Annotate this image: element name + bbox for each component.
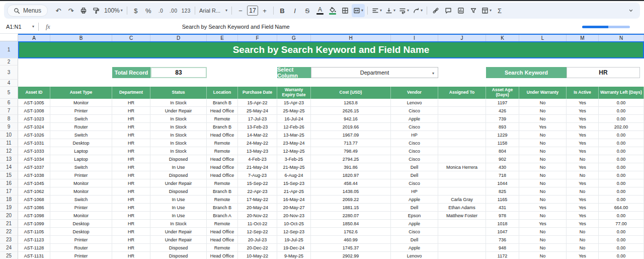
insert-link-button[interactable] [430, 4, 442, 17]
row-header-25[interactable]: 25 [0, 252, 18, 259]
table-cell[interactable]: Monitor [50, 212, 112, 220]
fill-color-button[interactable] [327, 4, 339, 17]
table-cell[interactable]: Remote [207, 196, 238, 204]
table-cell[interactable]: AST-1086 [18, 204, 50, 212]
table-cell[interactable]: In Stock [150, 139, 207, 147]
table-cell[interactable]: AST-1098 [18, 212, 50, 220]
table-cell[interactable]: 2902.99 [311, 252, 391, 259]
table-cell[interactable]: 0.00 [599, 139, 644, 147]
table-cell[interactable]: 20-Nov-22 [238, 212, 277, 220]
table-cell[interactable]: In Use [150, 163, 207, 171]
table-cell[interactable]: 20-Dec-22 [238, 244, 277, 252]
column-header-J[interactable]: J [438, 35, 486, 41]
table-cell[interactable]: HP [391, 187, 438, 196]
column-select-dropdown[interactable]: Department ▾ [311, 67, 438, 78]
table-cell[interactable]: HR [112, 236, 150, 244]
table-cell[interactable]: Branch B [207, 204, 238, 212]
row-header-23[interactable]: 23 [0, 236, 18, 244]
table-cell[interactable]: Disposed [150, 171, 207, 179]
table-cell[interactable]: 77.00 [599, 220, 644, 228]
table-cell[interactable]: 13-Mar-25 [277, 131, 311, 139]
vertical-align-button[interactable]: ▾ [384, 4, 397, 17]
table-cell[interactable]: AST-1008 [18, 107, 50, 115]
table-cell[interactable]: Monitor [50, 187, 112, 196]
table-cell[interactable]: Monitor [50, 179, 112, 187]
table-cell[interactable]: Remote [207, 220, 238, 228]
table-cell[interactable]: Switch [50, 131, 112, 139]
table-cell[interactable]: Head Office [207, 236, 238, 244]
table-cell[interactable]: Disposed [150, 187, 207, 196]
table-header-cell[interactable]: Under Warranty [519, 87, 567, 99]
increase-decimal-button[interactable]: .00 [168, 4, 180, 17]
table-cell[interactable] [438, 220, 486, 228]
table-cell[interactable]: 0.00 [599, 131, 644, 139]
table-cell[interactable]: AST-1045 [18, 179, 50, 187]
table-cell[interactable]: Yes [567, 220, 599, 228]
table-cell[interactable]: 25-May-25 [277, 107, 311, 115]
table-cell[interactable]: 1762.6 [311, 228, 391, 236]
table-cell[interactable]: 902 [486, 155, 519, 163]
scrollbar-thumb[interactable] [582, 26, 608, 28]
table-cell[interactable]: Lenovo [391, 252, 438, 259]
table-cell[interactable]: Branch A [207, 212, 238, 220]
table-cell[interactable]: HR [112, 107, 150, 115]
table-cell[interactable]: AST-1034 [18, 155, 50, 163]
row-header-19[interactable]: 19 [0, 204, 18, 212]
table-cell[interactable]: In Stock [150, 131, 207, 139]
table-cell[interactable]: Router [50, 244, 112, 252]
table-cell[interactable]: Epson [391, 212, 438, 220]
table-header-cell[interactable]: Assigned To [438, 87, 486, 99]
table-cell[interactable]: 24-May-22 [238, 139, 277, 147]
table-header-cell[interactable]: Asset Age (Days) [486, 87, 519, 99]
table-cell[interactable]: HR [112, 115, 150, 123]
table-cell[interactable]: Disposed [150, 155, 207, 163]
table-cell[interactable]: 12-Sep-22 [238, 228, 277, 236]
table-cell[interactable]: 0.00 [599, 196, 644, 204]
table-cell[interactable]: Apple [391, 115, 438, 123]
table-cell[interactable]: Apple [391, 196, 438, 204]
table-cell[interactable]: 2626.15 [311, 107, 391, 115]
table-cell[interactable]: AST-1105 [18, 228, 50, 236]
table-cell[interactable]: 13-Feb-23 [238, 123, 277, 131]
text-wrap-button[interactable]: ▾ [397, 4, 411, 17]
empty-cells[interactable] [18, 80, 644, 87]
total-record-value[interactable]: 83 [150, 67, 207, 78]
bold-button[interactable]: B [276, 4, 288, 17]
row-header-12[interactable]: 12 [0, 147, 18, 155]
table-cell[interactable]: Yes [567, 252, 599, 259]
table-cell[interactable]: 798.49 [311, 147, 391, 155]
table-cell[interactable]: Carla Gray [438, 196, 486, 204]
table-cell[interactable]: HR [112, 131, 150, 139]
table-cell[interactable]: Branch B [207, 99, 238, 107]
table-cell[interactable]: In Use [150, 212, 207, 220]
table-cell[interactable]: 1172 [486, 252, 519, 259]
row-header-5[interactable]: 5 [0, 87, 18, 99]
table-cell[interactable]: Yes [519, 204, 567, 212]
table-cell[interactable]: Yes [567, 212, 599, 220]
table-cell[interactable]: AST-1031 [18, 139, 50, 147]
table-cell[interactable]: HR [112, 244, 150, 252]
table-cell[interactable]: Remote [207, 115, 238, 123]
table-cell[interactable]: Disposed [150, 244, 207, 252]
table-cell[interactable]: No [567, 187, 599, 196]
table-cell[interactable]: 0.00 [599, 212, 644, 220]
table-cell[interactable]: 20-May-27 [277, 204, 311, 212]
table-cell[interactable]: No [519, 252, 567, 259]
table-cell[interactable] [438, 187, 486, 196]
table-cell[interactable]: Matthew Foster [438, 212, 486, 220]
table-cell[interactable]: No [567, 155, 599, 163]
table-cell[interactable]: Head Office [207, 252, 238, 259]
table-cell[interactable]: No [519, 196, 567, 204]
row-header-2[interactable]: 2 [0, 58, 18, 66]
table-cell[interactable]: Yes [567, 123, 599, 131]
column-header-A[interactable]: A [18, 35, 50, 41]
table-cell[interactable]: 10-May-22 [238, 252, 277, 259]
table-cell[interactable]: Yes [567, 139, 599, 147]
column-header-K[interactable]: K [486, 35, 519, 41]
column-header-L[interactable]: L [519, 35, 567, 41]
merge-cells-button[interactable]: ▾ [352, 4, 365, 17]
format-percent-button[interactable]: % [142, 4, 154, 17]
row-header-24[interactable]: 24 [0, 244, 18, 252]
table-cell[interactable]: 893 [486, 123, 519, 131]
table-cell[interactable] [438, 131, 486, 139]
